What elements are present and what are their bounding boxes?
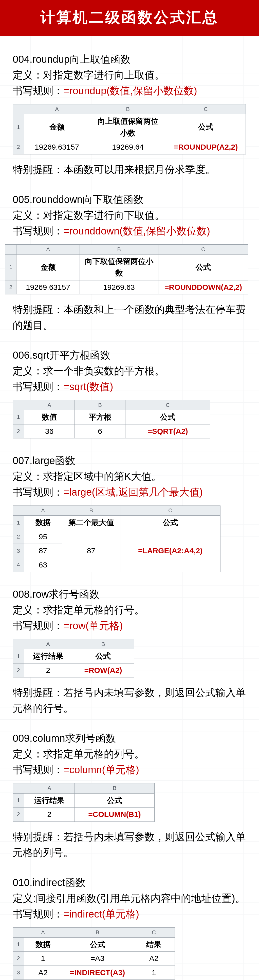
section-heading: 007.large函数 bbox=[13, 453, 246, 468]
cell-B2: 19269.63 bbox=[80, 280, 158, 294]
section-tip: 特别提醒：若括号内未填写参数，则返回公式输入单元格的列号。 bbox=[13, 829, 246, 861]
hdr-formula: 公式 bbox=[158, 254, 248, 280]
section-definition: 定义：求指定区域中的第K大值。 bbox=[13, 468, 246, 484]
example-table-roundup: A B C 1 金额 向上取值保留两位小数 公式 2 19269.63157 1… bbox=[13, 104, 246, 154]
syntax-label: 书写规则： bbox=[13, 381, 63, 392]
hdr-result: 运行结果 bbox=[24, 793, 75, 808]
hdr-amount: 金额 bbox=[24, 114, 90, 140]
col-C: C bbox=[158, 244, 248, 254]
section-syntax: 书写规则：=column(单元格) bbox=[13, 762, 246, 778]
syntax-label: 书写规则： bbox=[13, 487, 63, 498]
cell-A2: 2 bbox=[24, 663, 72, 678]
section-definition: 定义：求一个非负实数的平方根。 bbox=[13, 363, 246, 379]
col-A: A bbox=[24, 928, 62, 937]
row-num-1: 1 bbox=[13, 515, 24, 530]
tip-label: 特别提醒： bbox=[13, 831, 63, 842]
cell-B2: =A3 bbox=[62, 951, 133, 966]
cell-A2: 36 bbox=[24, 424, 75, 438]
syntax-formula: =rounddown(数值,保留小数位数) bbox=[63, 225, 210, 237]
tip-label: 特别提醒： bbox=[13, 164, 63, 175]
row-num-1: 1 bbox=[13, 114, 24, 140]
document-body: 004.roundup向上取值函数 定义：对指定数字进行向上取值。 书写规则：=… bbox=[0, 36, 259, 980]
hdr-sqrt: 平方根 bbox=[75, 410, 125, 425]
row-num-3: 3 bbox=[13, 544, 24, 558]
section-syntax: 书写规则：=roundup(数值,保留小数位数) bbox=[13, 83, 246, 99]
corner-cell bbox=[5, 244, 16, 254]
syntax-label: 书写规则： bbox=[13, 225, 63, 237]
example-table-rounddown: A B C 1 金额 向下取值保留两位小数 公式 2 19269.63157 1… bbox=[5, 244, 248, 295]
syntax-label: 书写规则： bbox=[13, 764, 63, 775]
hdr-formula: 公式 bbox=[125, 410, 210, 425]
corner-cell bbox=[13, 783, 24, 793]
section-007-large: 007.large函数 定义：求指定区域中的第K大值。 书写规则：=large(… bbox=[13, 453, 246, 572]
syntax-label: 书写规则： bbox=[13, 908, 63, 920]
cell-C2: =ROUNDDOWN(A2,2) bbox=[158, 280, 248, 294]
corner-cell bbox=[13, 928, 24, 937]
col-A: A bbox=[24, 783, 75, 793]
section-heading: 010.indirect函数 bbox=[13, 875, 246, 890]
cell-B2: 6 bbox=[75, 424, 125, 438]
row-num-2: 2 bbox=[13, 663, 24, 678]
tip-label: 特别提醒： bbox=[13, 687, 63, 698]
syntax-formula: =row(单元格) bbox=[63, 620, 123, 631]
col-A: A bbox=[24, 640, 72, 649]
col-B: B bbox=[72, 640, 134, 649]
section-004-roundup: 004.roundup向上取值函数 定义：对指定数字进行向上取值。 书写规则：=… bbox=[13, 51, 246, 177]
section-definition: 定义：求指定单元格的行号。 bbox=[13, 602, 246, 618]
col-A: A bbox=[16, 244, 80, 254]
page-title: 计算机二级函数公式汇总 bbox=[0, 0, 259, 36]
row-num-2: 2 bbox=[13, 424, 24, 438]
col-C: C bbox=[133, 928, 175, 937]
hdr-data: 数据 bbox=[24, 515, 62, 530]
hdr-result: 结果 bbox=[133, 937, 175, 951]
corner-cell bbox=[13, 400, 24, 410]
cell-A3: 87 bbox=[24, 544, 62, 558]
cell-C2: =SQRT(A2) bbox=[125, 424, 210, 438]
hdr-roundup: 向上取值保留两位小数 bbox=[90, 114, 166, 140]
hdr-formula: 公式 bbox=[72, 649, 134, 663]
section-syntax: 书写规则：=row(单元格) bbox=[13, 618, 246, 633]
section-tip: 特别提醒：若括号内未填写参数，则返回公式输入单元格的行号。 bbox=[13, 684, 246, 716]
col-B: B bbox=[75, 783, 155, 793]
cell-B3: =INDIRECT(A3) bbox=[62, 966, 133, 980]
example-table-column: A B 1 运行结果 公式 2 2 =COLUMN(B1) bbox=[13, 783, 155, 821]
section-syntax: 书写规则：=large(区域,返回第几个最大值) bbox=[13, 484, 246, 500]
corner-cell bbox=[13, 640, 24, 649]
cell-A3: A2 bbox=[24, 966, 62, 980]
hdr-amount: 金额 bbox=[16, 254, 80, 280]
section-syntax: 书写规则：=rounddown(数值,保留小数位数) bbox=[13, 223, 246, 239]
col-A: A bbox=[24, 400, 75, 410]
row-num-1: 1 bbox=[13, 649, 24, 663]
syntax-formula: =indirect(单元格) bbox=[63, 908, 139, 920]
example-table-large: A B C 1 数据 第二个最大值 公式 2 95 87 =LARGE(A2:A… bbox=[13, 506, 221, 572]
section-005-rounddown: 005.rounddown向下取值函数 定义：对指定数字进行向下取值。 书写规则… bbox=[13, 191, 246, 333]
section-heading: 004.roundup向上取值函数 bbox=[13, 51, 246, 67]
hdr-2nd-max: 第二个最大值 bbox=[62, 515, 120, 530]
hdr-value: 数值 bbox=[24, 410, 75, 425]
hdr-data: 数据 bbox=[24, 937, 62, 951]
hdr-formula: 公式 bbox=[120, 515, 221, 530]
col-C: C bbox=[166, 104, 246, 114]
col-C: C bbox=[120, 506, 221, 515]
row-num-1: 1 bbox=[5, 254, 16, 280]
cell-B2: 19269.64 bbox=[90, 140, 166, 154]
col-B: B bbox=[75, 400, 125, 410]
hdr-result: 运行结果 bbox=[24, 649, 72, 663]
cell-B2: =COLUMN(B1) bbox=[75, 808, 155, 822]
cell-A2: 19269.63157 bbox=[24, 140, 90, 154]
row-num-1: 1 bbox=[13, 937, 24, 951]
hdr-formula: 公式 bbox=[75, 793, 155, 808]
syntax-formula: =sqrt(数值) bbox=[63, 381, 113, 392]
section-heading: 008.row求行号函数 bbox=[13, 586, 246, 602]
section-definition: 定义：对指定数字进行向上取值。 bbox=[13, 67, 246, 83]
example-table-indirect: A B C 1 数据 公式 结果 2 1 =A3 A2 3 bbox=[13, 928, 175, 980]
section-008-row: 008.row求行号函数 定义：求指定单元格的行号。 书写规则：=row(单元格… bbox=[13, 586, 246, 716]
row-num-2: 2 bbox=[13, 530, 24, 544]
tip-label: 特别提醒： bbox=[13, 304, 63, 315]
syntax-formula: =column(单元格) bbox=[63, 764, 139, 775]
section-definition: 定义：求指定单元格的列号。 bbox=[13, 746, 246, 762]
example-table-row: A B 1 运行结果 公式 2 2 =ROW(A2) bbox=[13, 639, 134, 678]
section-definition: 定义：对指定数字进行向下取值。 bbox=[13, 207, 246, 223]
hdr-formula: 公式 bbox=[62, 937, 133, 951]
cell-B-merged: 87 bbox=[62, 530, 120, 572]
